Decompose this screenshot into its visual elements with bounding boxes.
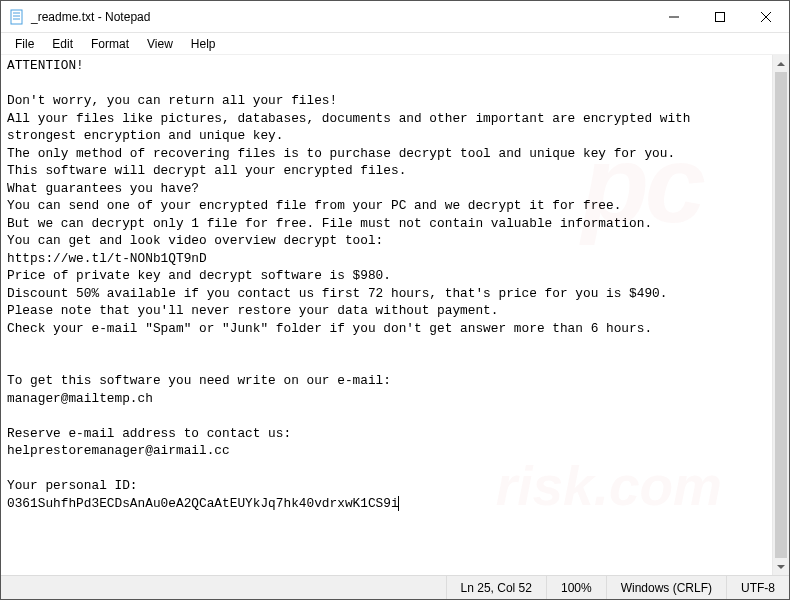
statusbar: Ln 25, Col 52 100% Windows (CRLF) UTF-8 [1,575,789,599]
status-line-ending: Windows (CRLF) [606,576,726,599]
watermark2: risk.com [496,478,722,496]
svg-rect-5 [716,13,725,22]
close-button[interactable] [743,1,789,33]
window-title: _readme.txt - Notepad [31,10,150,24]
notepad-window: _readme.txt - Notepad File Edit Format V… [0,0,790,600]
scroll-track[interactable] [773,72,789,558]
notepad-icon [9,9,25,25]
svg-marker-9 [777,565,785,569]
titlebar[interactable]: _readme.txt - Notepad [1,1,789,33]
document-text: ATTENTION! Don't worry, you can return a… [7,58,698,511]
maximize-button[interactable] [697,1,743,33]
scroll-down-arrow[interactable] [773,558,790,575]
status-position: Ln 25, Col 52 [446,576,546,599]
status-zoom: 100% [546,576,606,599]
menu-help[interactable]: Help [183,35,224,53]
text-caret [398,496,399,511]
status-encoding: UTF-8 [726,576,789,599]
menu-format[interactable]: Format [83,35,137,53]
menu-view[interactable]: View [139,35,181,53]
menubar: File Edit Format View Help [1,33,789,55]
watermark: pc [582,175,702,193]
svg-rect-0 [11,10,22,24]
scroll-thumb[interactable] [775,72,787,558]
vertical-scrollbar[interactable] [772,55,789,575]
minimize-button[interactable] [651,1,697,33]
menu-file[interactable]: File [7,35,42,53]
svg-marker-8 [777,62,785,66]
scroll-up-arrow[interactable] [773,55,790,72]
text-editor[interactable]: ATTENTION! Don't worry, you can return a… [1,55,772,575]
content-area: ATTENTION! Don't worry, you can return a… [1,55,789,575]
menu-edit[interactable]: Edit [44,35,81,53]
window-controls [651,1,789,32]
